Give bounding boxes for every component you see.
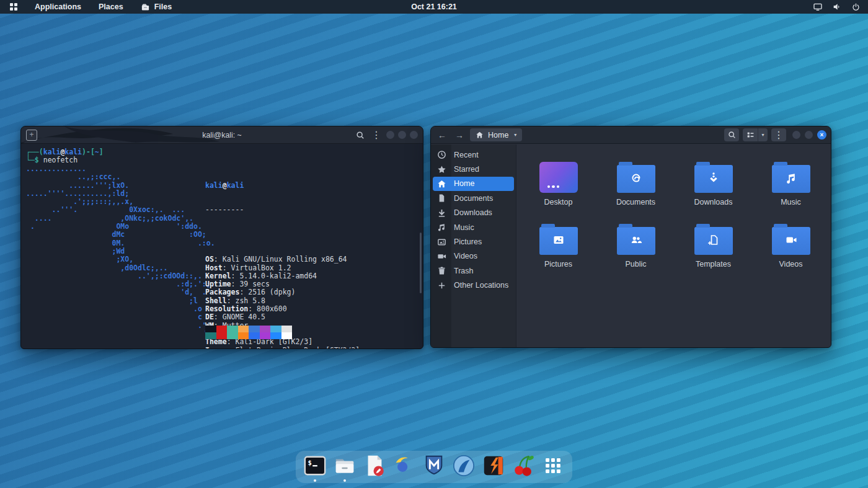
folder-icon-area [772,158,810,193]
kali-desktop: { "colors": { "accent": "#2e7de1", "fold… [0,0,868,488]
sidebar-item[interactable]: Pictures [433,234,514,249]
files-taskbar-item[interactable]: Files [138,0,175,14]
svg-text:$: $ [308,459,312,466]
dock-item[interactable] [541,452,565,482]
files-taskbar-label: Files [154,2,172,11]
sidebar-item-label: Starred [454,165,479,174]
sidebar-item[interactable]: Other Locations [433,278,514,293]
palette-swatch [216,332,228,339]
display-icon [813,2,823,12]
clock[interactable]: Oct 21 16:21 [411,2,457,11]
dock-item[interactable] [362,452,387,482]
folder-item[interactable]: Downloads [675,158,752,206]
dock-app-icon [392,454,416,480]
terminal-output[interactable]: ┌──(kali@kali)-[~]└─$ neofetch .........… [21,144,423,348]
folder-icon [772,165,810,193]
files-headerbar[interactable]: ← → Home ▾ ▾ ⋮ × [431,126,831,144]
folder-item[interactable]: Videos [752,220,830,268]
terminal-window: + kali@kali: ~ ⋮ ┌──(kali@kali)-[~]└─$ n… [20,126,423,349]
folder-emblem-icon [784,233,799,250]
sidebar-item[interactable]: Videos [433,249,514,264]
window-controls: × [792,130,826,140]
window-menu-button[interactable]: ⋮ [771,128,786,141]
dock-app-icon [512,454,535,480]
sidebar-item[interactable]: Starred [433,162,514,176]
dock-app-icon [422,454,446,480]
dock-app-icon: $ [303,454,327,480]
folder-item[interactable]: Pictures [520,220,597,268]
sidebar-item[interactable]: Music [433,220,514,234]
home-icon [476,131,484,139]
folder-icon-area [617,220,655,255]
folder-icon [539,227,578,255]
sidebar-item[interactable]: Home [433,177,514,191]
folder-icon [694,227,733,255]
terminal-search-button[interactable] [354,129,366,141]
sidebar-item[interactable]: Documents [433,191,514,205]
dock-item[interactable] [451,452,476,482]
info-line: ThemeKali-Dark [GTK2/3] [205,338,364,346]
sidebar-item-label: Documents [454,194,493,203]
folder-emblem-icon [706,233,721,250]
path-chevron-down-icon: ▾ [514,132,516,138]
folder-label: Documents [616,198,655,206]
folder-label: Templates [696,260,731,268]
terminal-menu-button[interactable]: ⋮ [370,129,383,141]
folder-item[interactable]: Music [752,158,830,206]
search-icon [728,131,736,139]
sidebar-item[interactable]: Trash [433,264,514,278]
activities-grid-button[interactable] [7,0,20,14]
palette-swatch [260,332,271,339]
dock-item[interactable]: $ [303,452,327,482]
dock-item[interactable] [511,452,536,482]
sidebar-item-label: Downloads [454,208,492,217]
palette-swatch [270,326,281,332]
folder-icon-area [694,158,733,193]
terminal-close-button[interactable] [410,131,418,139]
sidebar-item-icon [436,252,446,261]
files-app-icon [141,2,150,12]
sidebar-item[interactable]: Downloads [433,206,514,220]
view-toggle-button[interactable] [743,128,758,141]
terminal-scrollbar[interactable] [420,233,422,293]
back-button[interactable]: ← [435,128,449,142]
files-content-area[interactable]: Desktop Documents Downloads Music [516,144,831,347]
terminal-maximize-button[interactable] [398,131,406,139]
view-options-chevron[interactable]: ▾ [758,128,768,141]
files-close-button[interactable]: × [817,130,826,140]
path-label: Home [488,131,508,140]
folder-item[interactable]: Documents [597,158,675,206]
folder-icon-area [617,158,655,193]
places-menu[interactable]: Places [96,0,126,14]
folder-label: Public [625,260,646,268]
path-bar-button[interactable]: Home ▾ [470,128,522,141]
palette-swatch [238,332,249,339]
sidebar-item-label: Pictures [454,237,482,246]
folder-item[interactable]: Templates [675,220,752,268]
dock-list: $ [303,452,565,482]
files-maximize-button[interactable] [805,131,813,139]
sidebar-item-label: Music [454,223,474,232]
list-view-icon [746,131,755,139]
dock-item[interactable] [481,452,506,482]
sidebar-item-label: Recent [454,151,479,159]
dock-item[interactable] [332,452,357,482]
view-toggle-group: ▾ [743,128,768,141]
files-minimize-button[interactable] [792,131,800,139]
palette-swatch [281,332,293,339]
terminal-titlebar[interactable]: + kali@kali: ~ ⋮ [21,126,423,144]
folder-item[interactable]: Desktop [520,158,597,206]
terminal-minimize-button[interactable] [386,131,394,139]
applications-menu[interactable]: Applications [32,0,84,14]
search-button[interactable] [724,128,739,141]
dock-item[interactable] [422,452,446,482]
dock-item[interactable] [392,452,417,482]
dock-app-icon [452,454,476,480]
folder-item[interactable]: Public [597,220,675,268]
forward-button[interactable]: → [453,128,466,142]
folder-icon-area [772,220,810,255]
volume-icon [832,2,842,12]
sidebar-item[interactable]: Recent [433,148,514,162]
palette-swatch [281,326,293,332]
status-area[interactable] [813,2,861,12]
